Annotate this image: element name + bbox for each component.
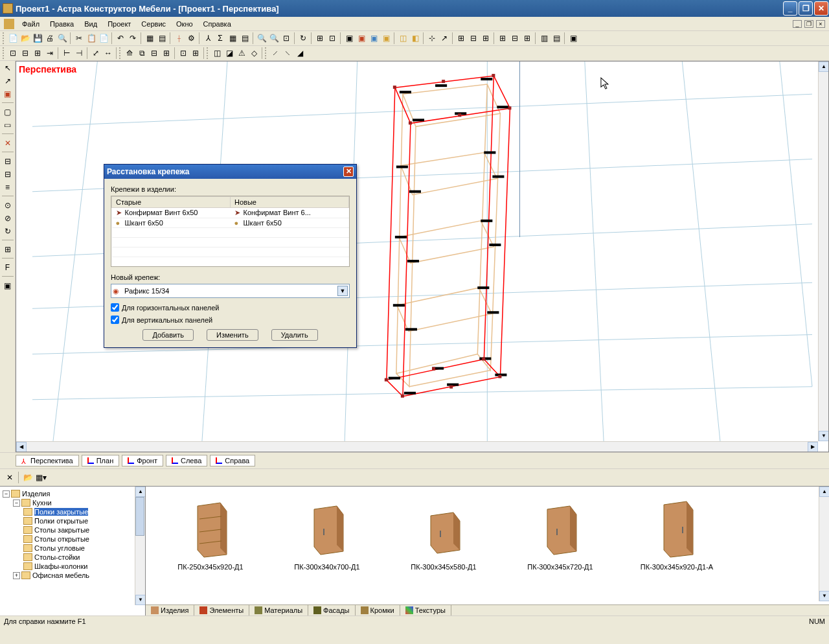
tree-item[interactable]: Столы угловые [3,544,142,553]
preview-icon[interactable]: 🔍 [56,32,68,44]
tool-icon[interactable]: ⊣ [73,47,85,59]
tree-item[interactable]: Столы закрытые [3,525,142,535]
menu-edit[interactable]: Правка [45,19,79,29]
cube-icon[interactable]: ▣ [368,32,380,44]
catalog-item[interactable]: ПК-300х340х700-Д1 [282,500,372,571]
tool-icon[interactable]: ⊞ [161,47,172,59]
tool-icon[interactable]: ⟰ [124,47,135,59]
table-row[interactable]: ●Шкант 6х50 ●Шкант 6х50 [112,218,349,228]
tool-icon[interactable]: ↗ [2,75,14,87]
tool-icon[interactable]: ⊹ [426,32,438,44]
layout-icon[interactable]: ⊞ [521,32,533,44]
tree-scrollbar[interactable]: ▲ ▼ [135,487,145,605]
layout-icon[interactable]: ⊟ [509,32,521,44]
sum-icon[interactable]: Σ [214,32,226,44]
tool-icon[interactable]: ◇ [248,47,260,59]
view-mode-icon[interactable]: ▦▾ [35,472,47,483]
grid-icon[interactable]: ▦ [227,32,238,44]
tool-icon[interactable]: ⊟ [148,47,160,59]
dialog-close-button[interactable]: ✕ [343,167,354,177]
catalog-tab-elements[interactable]: Элементы [194,605,249,615]
tool-icon[interactable]: ◧ [409,32,421,44]
tree-root[interactable]: −Изделия [3,489,142,498]
tool-icon[interactable]: ⊟ [2,168,14,180]
tool-icon[interactable]: ≡ [2,181,14,193]
list-icon[interactable]: ▤ [239,32,251,44]
scrollbar-horizontal[interactable]: ◀ ▶ [16,441,818,452]
tree-item[interactable]: Столы-стойки [3,553,142,562]
tool-icon[interactable]: ⟋ [269,47,281,59]
cube-icon[interactable]: ◫ [211,47,223,59]
tool-icon[interactable]: ⊟ [19,47,31,59]
tool-icon[interactable]: ⤢ [90,47,102,59]
tree-icon[interactable]: ⅄ [202,32,214,44]
maximize-button[interactable]: ❐ [799,1,813,16]
tool-icon[interactable]: ↔ [102,47,114,59]
tab-plan[interactable]: План [82,455,120,466]
tool-icon[interactable]: ▣ [2,88,14,100]
cascade-icon[interactable]: ▣ [567,32,579,44]
tool-icon[interactable]: ⊡ [177,47,189,59]
menu-file[interactable]: Файл [17,19,45,29]
catalog-item[interactable]: ПК-300х345х580-Д1 [398,500,489,571]
catalog-item[interactable]: ПК-300х345х720-Д1 [515,500,606,571]
tab-right[interactable]: Справа [210,455,255,466]
tool-icon[interactable]: ⚙ [185,32,197,44]
save-icon[interactable]: 💾 [32,32,43,44]
menu-help[interactable]: Справка [198,19,236,29]
tree-item[interactable]: Столы открытые [3,535,142,544]
layout-icon[interactable]: ⊞ [480,32,492,44]
dropdown-arrow-icon[interactable]: ▼ [337,286,348,296]
open-icon[interactable]: 📂 [19,32,31,44]
paste-icon[interactable]: 📄 [98,32,109,44]
mdi-minimize-icon[interactable]: _ [793,20,802,28]
layout-icon[interactable]: ▤ [551,32,562,44]
tool-icon[interactable]: ⊡ [7,47,19,59]
close-panel-icon[interactable]: ✕ [4,472,16,483]
new-icon[interactable]: 📄 [7,32,19,44]
dialog-titlebar[interactable]: Расстановка крепежа ✕ [104,165,356,179]
fastener-select[interactable]: ◉ Рафикс 15/34 ▼ [111,284,350,298]
tree-office[interactable]: +Офисная мебель [3,571,142,580]
add-button[interactable]: Добавить [142,329,194,341]
cut-icon[interactable]: ✂ [73,32,85,44]
tool-icon[interactable]: ⊢ [61,47,73,59]
col-old[interactable]: Старые [112,197,231,208]
pointer-icon[interactable]: ↖ [2,62,14,74]
open-catalog-icon[interactable]: 📂 [22,472,34,483]
tool-icon[interactable]: ▦ [144,32,155,44]
cube-icon[interactable]: ▣ [343,32,355,44]
viewport-3d[interactable]: Перспектива [16,61,829,452]
tab-left[interactable]: Слева [166,455,207,466]
print-icon[interactable]: 🖨 [44,32,56,44]
zoom-fit-icon[interactable]: ⊡ [280,32,292,44]
tool-icon[interactable]: ⊟ [2,155,14,167]
close-button[interactable]: ✕ [814,1,828,16]
mdi-restore-icon[interactable]: ❐ [804,20,813,28]
cube-icon[interactable]: ◪ [223,47,235,59]
tree-kitchen[interactable]: −Кухни [3,498,142,507]
catalog-tab-materials[interactable]: Материалы [249,605,308,615]
catalog-tab-edges[interactable]: Кромки [356,605,400,615]
layout-icon[interactable]: ▥ [538,32,550,44]
refresh-icon[interactable]: ↻ [297,32,309,44]
catalog-tab-facades[interactable]: Фасады [308,605,355,615]
catalog-item[interactable]: ПК-300х345х920-Д1-А [631,500,722,571]
catalog-item[interactable]: ПК-250х345х920-Д1 [165,500,256,571]
menu-view[interactable]: Вид [79,19,102,29]
zoom-out-icon[interactable]: 🔍 [268,32,280,44]
tree-item[interactable]: Полки закрытые [3,507,142,516]
tree-item[interactable]: Шкафы-колонки [3,562,142,571]
tool-icon[interactable]: ◢ [294,47,306,59]
tab-perspective[interactable]: ⅄Перспектива [16,455,79,466]
check-horizontal[interactable] [111,303,119,312]
tool-icon[interactable]: ⟍ [282,47,293,59]
tree-item[interactable]: Полки открытые [3,516,142,525]
tool-icon[interactable]: ▭ [2,119,14,131]
mdi-close-icon[interactable]: × [816,20,825,28]
col-new[interactable]: Новые [231,197,349,208]
menu-service[interactable]: Сервис [136,19,171,29]
fasteners-table[interactable]: Старые Новые ➤Конфирмат Винт 6х50 ➤Конфи… [111,196,350,267]
rotate-icon[interactable]: ↻ [2,225,14,237]
scrollbar-vertical[interactable]: ▲ ▼ [818,62,828,441]
